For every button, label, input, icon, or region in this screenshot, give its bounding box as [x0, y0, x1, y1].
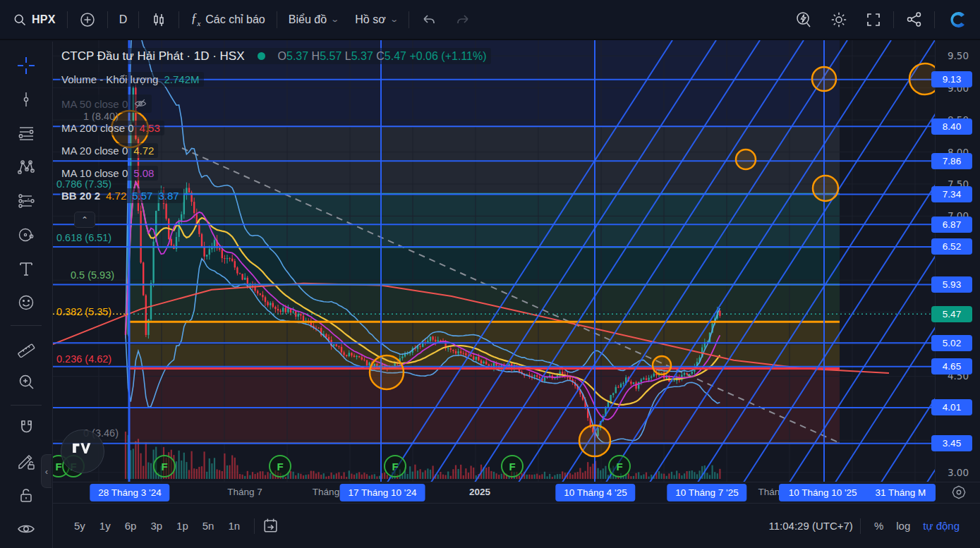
xabcd-pattern-icon — [16, 157, 36, 177]
divider — [860, 518, 861, 534]
price-line-badge: 9.13 — [931, 71, 972, 87]
ma20-legend-row[interactable]: MA 20 close 0 4.72 — [60, 143, 158, 158]
redo-button[interactable] — [446, 6, 480, 33]
auto-scale-button[interactable]: tự động — [917, 517, 966, 535]
compare-add-button[interactable] — [71, 6, 104, 33]
log-scale-button[interactable]: log — [890, 517, 917, 535]
change-value: +0.06 (+1.11%) — [409, 50, 486, 62]
fib-retracement-tool-button[interactable] — [11, 118, 42, 148]
price-line-badge: 5.02 — [931, 335, 972, 351]
forecast-tool-button[interactable] — [11, 185, 42, 216]
earnings-flag-marker[interactable]: F — [153, 455, 176, 477]
price-tick: 3.00 — [936, 467, 980, 478]
ma10-value: 5.08 — [133, 168, 154, 178]
bb-legend-row[interactable]: BB 20 2 4.72 5.57 3.87 — [60, 188, 183, 203]
trend-line-icon — [17, 90, 35, 109]
price-axis[interactable]: 9.509.008.508.007.507.006.506.005.505.00… — [935, 40, 980, 482]
divider — [138, 11, 139, 28]
ma50-legend-row[interactable]: MA 50 close 0 — [60, 95, 152, 113]
toolbar-divider — [11, 405, 42, 406]
interval-button[interactable]: D — [111, 6, 136, 33]
time-tick-label: Tháng 7 — [227, 487, 262, 497]
range-button-5n[interactable]: 5n — [195, 516, 222, 535]
earnings-flag-marker[interactable]: F — [608, 455, 631, 477]
clock-timezone[interactable]: 11:04:29 (UTC+7) — [769, 520, 853, 532]
symbol-search-button[interactable]: HPX — [4, 6, 64, 33]
drawing-lock-tool-button[interactable] — [11, 446, 42, 477]
chart-menu-button[interactable]: Biểu đồ ⌄ — [280, 6, 346, 33]
candlestick-icon — [150, 11, 167, 28]
emoji-tool-button[interactable] — [11, 287, 42, 317]
price-line-badge: 7.34 — [931, 186, 972, 202]
tradingview-watermark — [61, 430, 104, 473]
range-button-1n[interactable]: 1n — [221, 516, 247, 535]
trend-line-tool-button[interactable] — [11, 84, 42, 114]
bottom-toolbar: 5y1y6p3p1p5n1n 11:04:29 (UTC+7) % log tự… — [53, 503, 980, 548]
ma10-legend-row[interactable]: MA 10 close 0 5.08 — [60, 166, 158, 181]
time-line-badge-wide: 10 Tháng 10 '2531 Tháng M — [779, 484, 936, 501]
fullscreen-button[interactable] — [857, 6, 890, 33]
price-line-badge: 6.52 — [931, 238, 972, 255]
quick-search-button[interactable] — [786, 6, 821, 33]
broker-c-logo-icon — [946, 8, 969, 31]
ma20-label: MA 20 close 0 — [61, 145, 128, 156]
circle-shapes-icon — [16, 225, 36, 245]
share-button[interactable] — [897, 6, 931, 33]
percent-scale-button[interactable]: % — [868, 517, 890, 535]
text-icon — [17, 260, 35, 278]
time-line-badge: 28 Tháng 3 '24 — [90, 484, 169, 501]
emoji-icon — [16, 293, 36, 312]
legend-collapse-button[interactable]: ⌃ — [74, 212, 95, 228]
price-line-badge: 3.45 — [931, 435, 972, 451]
time-line-badge: 10 Tháng 7 '25 — [667, 484, 746, 501]
goto-date-button[interactable] — [262, 517, 279, 535]
price-line-badge: 5.93 — [931, 276, 972, 293]
indicators-button[interactable]: ƒx Các chỉ báo — [182, 6, 273, 33]
profile-menu-button[interactable]: Hồ sơ ⌄ — [346, 6, 406, 33]
price-line-badge: 4.65 — [931, 358, 972, 375]
range-button-3p[interactable]: 3p — [143, 516, 169, 535]
ma200-legend-row[interactable]: MA 200 close 0 4.53 — [60, 121, 164, 135]
text-tool-button[interactable] — [11, 253, 42, 284]
axis-settings-button[interactable] — [945, 482, 973, 503]
broker-logo-button[interactable] — [938, 6, 977, 33]
ruler-tool-button[interactable] — [11, 333, 42, 363]
chart-style-button[interactable] — [142, 6, 176, 33]
time-line-badge: 17 Tháng 10 '24 — [340, 484, 425, 501]
eye-off-icon[interactable] — [133, 97, 147, 111]
range-button-1y[interactable]: 1y — [92, 516, 118, 535]
hide-drawings-tool-button[interactable] — [11, 514, 42, 544]
earnings-flag-marker[interactable]: F — [501, 455, 524, 477]
symbol-title: CTCP Đầu tư Hải Phát · 1D · HSX — [61, 50, 245, 62]
ma20-value: 4.72 — [133, 145, 154, 156]
symbol-legend-row[interactable]: CTCP Đầu tư Hải Phát · 1D · HSX O5.37 H5… — [60, 48, 491, 64]
undo-icon — [421, 11, 437, 28]
time-line-badge: 10 Tháng 4 '25 — [555, 484, 635, 501]
collapse-watchlist-handle[interactable]: ‹ — [41, 454, 52, 488]
ruler-icon — [16, 338, 36, 358]
lock-all-tool-button[interactable] — [11, 480, 42, 511]
xabcd-pattern-tool-button[interactable] — [11, 152, 42, 182]
indicators-label: Các chỉ báo — [205, 13, 265, 26]
forecast-icon — [16, 191, 36, 211]
range-button-6p[interactable]: 6p — [118, 516, 144, 535]
earnings-flag-marker[interactable]: F — [269, 455, 291, 477]
settings-button[interactable] — [821, 6, 857, 33]
range-button-5y[interactable]: 5y — [67, 516, 92, 535]
magnet-tool-button[interactable] — [11, 413, 42, 443]
ma200-value: 4.53 — [140, 123, 160, 133]
fib-retracement-icon — [17, 123, 36, 142]
zoom-in-tool-button[interactable] — [11, 367, 42, 397]
divider — [934, 11, 935, 28]
time-axis[interactable]: Tháng 7Tháng2025Thán28 Tháng 3 '2417 Thá… — [53, 482, 980, 503]
volume-value: 2.742M — [164, 74, 199, 85]
circle-shapes-tool-button[interactable] — [11, 219, 42, 250]
divider — [277, 11, 277, 28]
magnet-icon — [17, 418, 36, 437]
divider — [67, 11, 68, 28]
range-button-1p[interactable]: 1p — [169, 516, 195, 535]
earnings-flag-marker[interactable]: F — [384, 455, 406, 477]
undo-button[interactable] — [412, 6, 446, 33]
volume-legend-row[interactable]: Volume - Khối lượng 2.742M — [60, 72, 204, 87]
crosshair-tool-button[interactable] — [11, 50, 42, 80]
